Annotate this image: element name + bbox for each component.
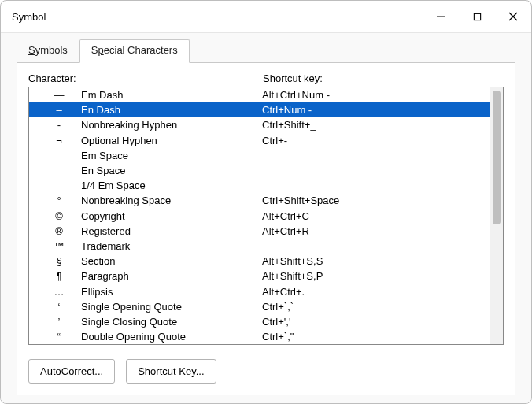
symbol-name: Optional Hyphen	[81, 135, 262, 146]
minimize-button[interactable]	[423, 1, 459, 32]
symbol-glyph: –	[37, 104, 81, 116]
symbol-glyph: ¬	[37, 135, 81, 146]
tab-symbols[interactable]: Symbols	[17, 39, 79, 63]
column-headers: Character: Shortcut key:	[28, 72, 504, 87]
list-item[interactable]: —Em DashAlt+Ctrl+Num -	[29, 87, 490, 102]
scrollbar-thumb[interactable]	[493, 91, 501, 224]
symbol-name: Em Space	[81, 150, 262, 161]
svg-rect-1	[474, 13, 480, 20]
tab-panel-special: Character: Shortcut key: —Em DashAlt+Ctr…	[17, 63, 515, 395]
symbol-glyph: ®	[37, 225, 81, 237]
list-item[interactable]: Em Space	[29, 148, 490, 163]
symbol-name: En Dash	[81, 104, 262, 116]
shortcut-key: Ctrl+`,`	[262, 301, 490, 313]
symbol-glyph: °	[37, 195, 81, 206]
symbol-name: Em Dash	[81, 89, 262, 101]
titlebar: Symbol	[1, 1, 531, 33]
symbol-name: Trademark	[81, 240, 262, 252]
minimize-icon	[436, 12, 445, 21]
shortcut-key: Ctrl+-	[262, 135, 490, 146]
symbol-glyph: ’	[37, 316, 81, 328]
option-buttons: AutoCorrect... Shortcut Key...	[28, 359, 504, 384]
list-item[interactable]: ‘Single Opening QuoteCtrl+`,`	[29, 299, 490, 314]
shortcut-key: Ctrl+Shift+Space	[262, 195, 490, 206]
tabstrip: Symbols Special Characters	[17, 39, 515, 63]
symbol-dialog: Symbol Symbols Special Characters C	[0, 0, 532, 404]
shortcut-key: Ctrl+`,"	[262, 331, 490, 343]
window-title: Symbol	[12, 11, 46, 23]
character-list-rows: —Em DashAlt+Ctrl+Num -–En DashCtrl+Num -…	[29, 87, 490, 344]
symbol-name: Nonbreaking Hyphen	[81, 119, 262, 131]
list-item[interactable]: …EllipsisAlt+Ctrl+.	[29, 284, 490, 298]
list-item[interactable]: ¶ParagraphAlt+Shift+S,P	[29, 269, 490, 284]
list-item[interactable]: ®RegisteredAlt+Ctrl+R	[29, 224, 490, 239]
list-item[interactable]: 1/4 Em Space	[29, 178, 490, 193]
tab-symbols-label: Symbols	[28, 44, 68, 56]
symbol-glyph: -	[37, 119, 81, 131]
list-item[interactable]: “Double Opening QuoteCtrl+`,"	[29, 329, 490, 344]
symbol-name: 1/4 Em Space	[81, 180, 262, 191]
shortcut-key: Ctrl+Num -	[262, 104, 490, 116]
close-button[interactable]	[495, 1, 531, 32]
shortcut-key-label: Shortcut Key...	[138, 365, 204, 377]
list-item[interactable]: -Nonbreaking HyphenCtrl+Shift+_	[29, 117, 490, 132]
shortcut-key: Alt+Shift+S,P	[262, 270, 490, 282]
dialog-footer: Insert Cancel	[17, 395, 515, 404]
symbol-name: Single Closing Quote	[81, 316, 262, 328]
symbol-name: Registered	[81, 225, 262, 237]
shortcut-key: Alt+Shift+S,S	[262, 255, 490, 267]
close-icon	[508, 12, 518, 21]
autocorrect-label: AutoCorrect...	[40, 365, 103, 377]
shortcut-key: Alt+Ctrl+Num -	[262, 89, 490, 101]
shortcut-key: Alt+Ctrl+C	[262, 210, 490, 222]
symbol-name: Section	[81, 255, 262, 267]
symbol-name: Nonbreaking Space	[81, 195, 262, 206]
symbol-glyph: ™	[37, 240, 81, 252]
symbol-name: Double Opening Quote	[81, 331, 262, 343]
symbol-glyph: …	[37, 286, 81, 298]
tab-special-characters[interactable]: Special Characters	[79, 39, 190, 63]
list-item[interactable]: –En DashCtrl+Num -	[29, 102, 490, 117]
symbol-glyph: ¶	[37, 270, 81, 282]
shortcut-key-button[interactable]: Shortcut Key...	[126, 359, 216, 384]
maximize-icon	[473, 13, 482, 21]
scrollbar[interactable]	[490, 87, 503, 344]
dialog-body: Symbols Special Characters Character: Sh…	[1, 33, 531, 404]
list-item[interactable]: En Space	[29, 163, 490, 178]
symbol-glyph: ©	[37, 210, 81, 222]
symbol-name: Copyright	[81, 210, 262, 222]
header-character: Character:	[28, 72, 263, 84]
symbol-name: Single Opening Quote	[81, 301, 262, 313]
symbol-glyph: “	[37, 331, 81, 343]
list-item[interactable]: ¬Optional HyphenCtrl+-	[29, 133, 490, 148]
header-shortcut: Shortcut key:	[263, 72, 504, 84]
maximize-button[interactable]	[459, 1, 495, 32]
symbol-glyph: —	[37, 89, 81, 101]
list-item[interactable]: ™Trademark	[29, 239, 490, 254]
shortcut-key: Ctrl+Shift+_	[262, 119, 490, 131]
character-listbox[interactable]: —Em DashAlt+Ctrl+Num -–En DashCtrl+Num -…	[28, 87, 504, 345]
symbol-name: Ellipsis	[81, 286, 262, 298]
list-item[interactable]: §SectionAlt+Shift+S,S	[29, 254, 490, 269]
list-item[interactable]: °Nonbreaking SpaceCtrl+Shift+Space	[29, 193, 490, 208]
symbol-glyph: §	[37, 255, 81, 267]
tab-special-label: Special Characters	[91, 44, 178, 56]
autocorrect-button[interactable]: AutoCorrect...	[28, 359, 115, 384]
shortcut-key: Ctrl+','	[262, 316, 490, 328]
symbol-name: En Space	[81, 165, 262, 176]
list-item[interactable]: ©CopyrightAlt+Ctrl+C	[29, 209, 490, 224]
shortcut-key: Alt+Ctrl+.	[262, 286, 490, 298]
list-item[interactable]: ’Single Closing QuoteCtrl+','	[29, 314, 490, 329]
symbol-name: Paragraph	[81, 270, 262, 282]
symbol-glyph: ‘	[37, 301, 81, 313]
shortcut-key: Alt+Ctrl+R	[262, 225, 490, 237]
